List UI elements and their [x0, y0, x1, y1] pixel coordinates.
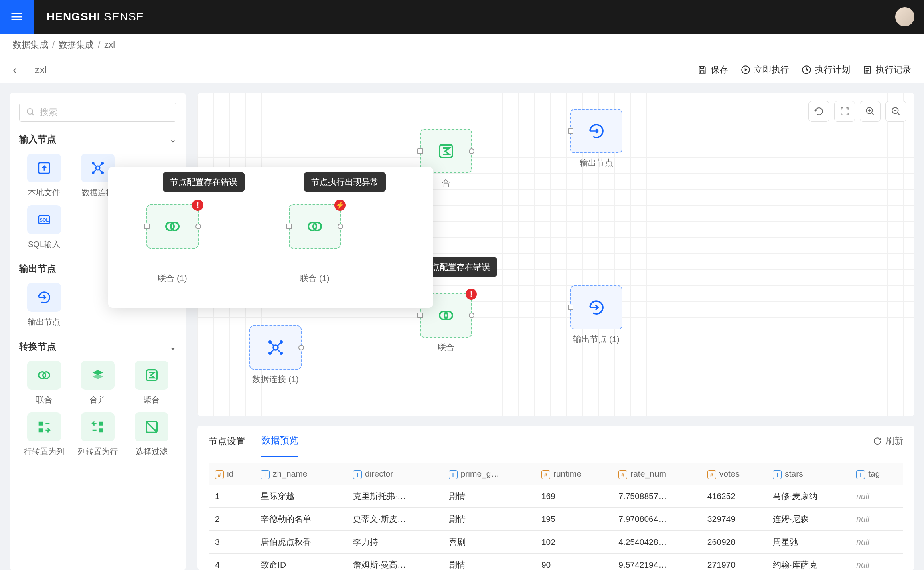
canvas-zoom-out-button[interactable] — [886, 101, 906, 122]
output-icon — [587, 121, 606, 141]
table-column-header[interactable]: Ttag — [850, 463, 903, 485]
play-icon — [740, 65, 751, 75]
upload-file-icon — [36, 160, 52, 176]
page-title: zxl — [35, 64, 47, 75]
save-button[interactable]: 保存 — [697, 64, 728, 76]
history-button[interactable]: 执行记录 — [862, 64, 911, 76]
node-sql-input[interactable]: SQL SQL输入 — [19, 205, 69, 250]
flow-node-output-2[interactable]: 输出节点 (1) — [570, 285, 622, 345]
table-column-header[interactable]: Tdirector — [346, 463, 442, 485]
table-column-header[interactable]: #id — [209, 463, 254, 485]
overlay-node-union-1[interactable]: ! 联合 (1) — [146, 204, 199, 284]
merge-icon — [90, 367, 106, 383]
svg-line-3 — [32, 113, 34, 115]
flow-node-output-1[interactable]: 输出节点 — [570, 109, 622, 168]
menu-icon — [10, 10, 24, 24]
breadcrumb-item: zxl — [104, 40, 115, 50]
error-badge: ! — [466, 289, 477, 300]
data-table: #idTzh_nameTdirectorTprime_g…#runtime#ra… — [209, 463, 903, 570]
refresh-button[interactable]: 刷新 — [873, 435, 903, 447]
table-column-header[interactable]: #rate_num — [612, 463, 701, 485]
run-now-button[interactable]: 立即执行 — [740, 64, 789, 76]
error-tooltip: 点配置存在错误 — [424, 257, 497, 277]
union-icon — [305, 217, 324, 236]
clock-icon — [801, 65, 812, 75]
table-column-header[interactable]: #votes — [701, 463, 766, 485]
avatar[interactable] — [895, 7, 914, 26]
search-icon — [26, 107, 36, 117]
breadcrumb: 数据集成 / 数据集成 / zxl — [0, 34, 924, 56]
node-filter[interactable]: 选择过滤 — [127, 412, 176, 457]
node-aggregate[interactable]: 聚合 — [127, 361, 176, 405]
tooltip-runtime-error: 节点执行出现异常 — [304, 172, 386, 192]
table-row[interactable]: 1星际穿越克里斯托弗·…剧情1697.7508857…416252马修·麦康纳n… — [209, 485, 903, 508]
pivot-icon — [36, 419, 52, 435]
unpivot-icon — [90, 419, 106, 435]
section-transform-nodes[interactable]: 转换节点 ⌄ — [19, 340, 176, 353]
svg-point-2 — [27, 109, 33, 114]
svg-text:SQL: SQL — [40, 218, 49, 222]
hamburger-menu[interactable] — [0, 0, 34, 34]
union-icon — [36, 367, 52, 383]
history-icon — [862, 65, 873, 75]
table-column-header[interactable]: Tstars — [766, 463, 850, 485]
table-row[interactable]: 4致命ID詹姆斯·曼高…剧情909.5742194…271970约翰·库萨克nu… — [209, 554, 903, 570]
connection-icon — [266, 338, 285, 357]
connection-icon — [90, 160, 106, 176]
refresh-icon — [873, 436, 882, 446]
error-badge: ! — [192, 200, 203, 211]
node-merge[interactable]: 合并 — [73, 361, 123, 405]
toolbar: ‹ zxl 保存 立即执行 执行计划 执行记录 — [0, 56, 924, 83]
filter-icon — [144, 419, 160, 435]
schedule-button[interactable]: 执行计划 — [801, 64, 850, 76]
canvas-zoom-in-button[interactable] — [860, 101, 881, 122]
exception-badge: ⚡ — [334, 200, 346, 211]
sigma-icon — [144, 367, 160, 383]
union-icon — [436, 306, 456, 325]
chevron-down-icon: ⌄ — [170, 135, 176, 144]
node-pivot-row-col[interactable]: 行转置为列 — [19, 412, 69, 457]
back-button[interactable]: ‹ — [13, 63, 17, 77]
table-column-header[interactable]: Tzh_name — [254, 463, 346, 485]
data-panel: 节点设置 数据预览 刷新 #idTzh_nameTdirectorTprime_… — [197, 426, 914, 570]
node-pivot-col-row[interactable]: 列转置为行 — [73, 412, 123, 457]
union-icon — [163, 217, 182, 236]
output-icon — [36, 289, 52, 305]
sigma-icon — [436, 141, 456, 161]
flow-node-dataconn[interactable]: 数据连接 (1) — [249, 325, 302, 385]
canvas-fit-button[interactable] — [834, 101, 855, 122]
breadcrumb-item[interactable]: 数据集成 — [59, 39, 94, 51]
brand: HENGSHI SENSE — [47, 10, 144, 23]
table-column-header[interactable]: Tprime_g… — [442, 463, 535, 485]
tab-data-preview[interactable]: 数据预览 — [261, 426, 298, 457]
tab-node-settings[interactable]: 节点设置 — [209, 426, 245, 457]
tooltip-config-error: 节点配置存在错误 — [163, 172, 245, 192]
node-union[interactable]: 联合 — [19, 361, 69, 405]
output-icon — [587, 298, 606, 317]
topbar: HENGSHI SENSE — [0, 0, 924, 34]
table-row[interactable]: 2辛德勒的名单史蒂文·斯皮…剧情1957.9708064…329749连姆·尼森… — [209, 508, 903, 531]
canvas-reset-button[interactable] — [808, 101, 829, 122]
chevron-down-icon: ⌄ — [170, 342, 176, 352]
node-local-file[interactable]: 本地文件 — [19, 154, 69, 198]
breadcrumb-item[interactable]: 数据集成 — [13, 39, 48, 51]
save-icon — [697, 65, 707, 75]
sidebar: 输入节点 ⌄ 本地文件 数据连接 SQL SQL输入 输出节点 ⌄ — [10, 93, 186, 570]
table-row[interactable]: 3唐伯虎点秋香李力持喜剧1024.2540428…260928周星驰null — [209, 531, 903, 554]
overlay-node-union-2[interactable]: ⚡ 联合 (1) — [289, 204, 341, 284]
search-input[interactable] — [19, 103, 176, 122]
section-input-nodes[interactable]: 输入节点 ⌄ — [19, 133, 176, 146]
sql-icon: SQL — [36, 212, 52, 228]
table-column-header[interactable]: #runtime — [535, 463, 612, 485]
node-output[interactable]: 输出节点 — [19, 283, 69, 327]
